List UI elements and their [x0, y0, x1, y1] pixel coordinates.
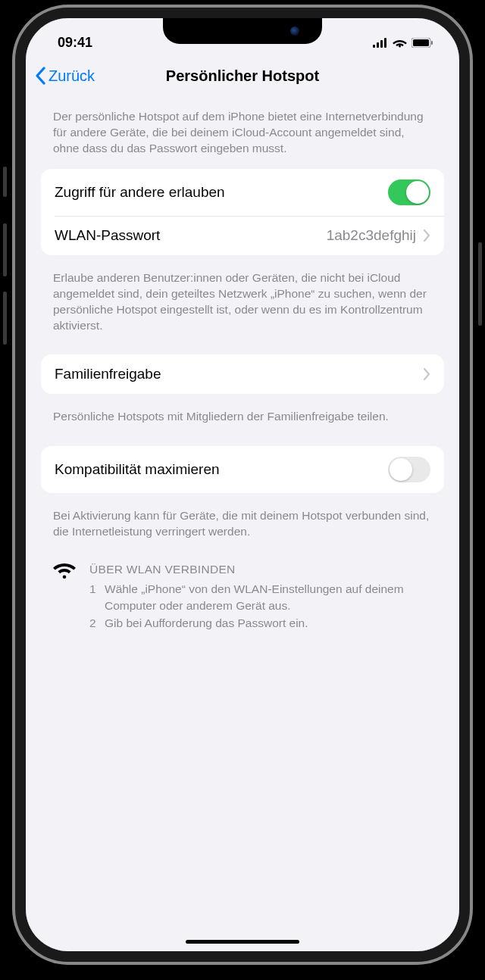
- max-compat-footer: Bei Aktivierung kann für Geräte, die mit…: [41, 501, 444, 554]
- battery-icon: [411, 38, 433, 48]
- family-sharing-label: Familienfreigabe: [55, 366, 424, 382]
- family-sharing-row[interactable]: Familienfreigabe: [41, 354, 444, 394]
- wifi-password-label: WLAN-Passwort: [55, 227, 327, 244]
- front-camera: [290, 27, 299, 36]
- chevron-left-icon: [35, 67, 45, 85]
- allow-others-footer: Erlaube anderen Benutzer:innen oder Gerä…: [41, 263, 444, 355]
- svg-rect-1: [377, 42, 379, 48]
- max-compat-section: Kompatibilität maximieren: [41, 446, 444, 493]
- chevron-right-icon: [424, 229, 430, 242]
- instruction-step-1: 1 Wähle „iPhone“ von den WLAN-Einstellun…: [89, 581, 432, 613]
- allow-others-row[interactable]: Zugriff für andere erlauben: [41, 169, 444, 216]
- back-button[interactable]: Zurück: [35, 67, 95, 85]
- svg-rect-3: [384, 38, 386, 48]
- svg-rect-5: [413, 39, 429, 46]
- home-indicator[interactable]: [186, 940, 299, 944]
- chevron-right-icon: [424, 368, 430, 380]
- phone-frame: 09:41 Zurück Persönlicher Hotspot: [15, 8, 470, 962]
- svg-rect-0: [373, 45, 375, 48]
- svg-rect-2: [380, 40, 383, 48]
- allow-others-toggle[interactable]: [388, 179, 430, 205]
- max-compat-label: Kompatibilität maximieren: [55, 461, 388, 478]
- screen: 09:41 Zurück Persönlicher Hotspot: [26, 18, 459, 951]
- wifi-password-row[interactable]: WLAN-Passwort 1ab2c3defghij: [55, 216, 444, 255]
- family-sharing-section: Familienfreigabe: [41, 354, 444, 394]
- cellular-signal-icon: [373, 38, 388, 48]
- back-label: Zurück: [48, 67, 95, 85]
- nav-bar: Zurück Persönlicher Hotspot: [26, 56, 459, 95]
- wifi-password-value: 1ab2c3defghij: [327, 227, 416, 244]
- notch: [163, 18, 322, 44]
- instruction-step-2: 2 Gib bei Aufforderung das Passwort ein.: [89, 615, 432, 632]
- family-sharing-footer: Persönliche Hotspots mit Mitgliedern der…: [41, 401, 444, 446]
- hotspot-settings-section: Zugriff für andere erlauben WLAN-Passwor…: [41, 169, 444, 255]
- max-compat-row[interactable]: Kompatibilität maximieren: [41, 446, 444, 493]
- wifi-icon: [393, 38, 407, 48]
- wlan-instructions: ÜBER WLAN VERBINDEN 1 Wähle „iPhone“ von…: [41, 554, 444, 648]
- svg-rect-6: [431, 41, 433, 45]
- max-compat-toggle[interactable]: [388, 457, 430, 482]
- wifi-instruction-icon: [53, 561, 76, 633]
- instructions-title: ÜBER WLAN VERBINDEN: [89, 561, 432, 578]
- intro-description: Der persönliche Hotspot auf dem iPhone b…: [41, 95, 444, 169]
- status-time: 09:41: [48, 35, 92, 51]
- allow-others-label: Zugriff für andere erlauben: [55, 184, 388, 201]
